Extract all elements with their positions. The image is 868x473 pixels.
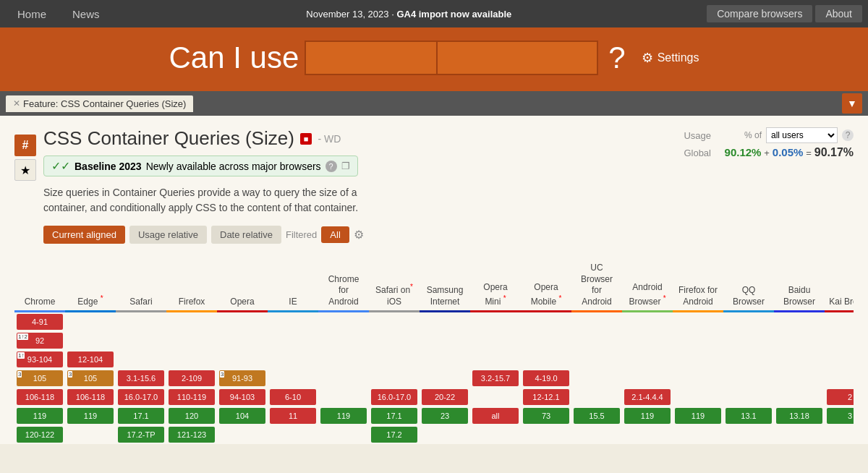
cell-firefox-6[interactable]: 120 [166,406,217,425]
cell-opera-mini-5 [470,388,521,406]
cell-chrome-7[interactable]: 120-122 [14,425,65,444]
settings-button[interactable]: ⚙ Settings [642,50,699,66]
search-wrap [305,41,598,75]
cell-edge-7 [65,425,116,444]
cell-kai-6[interactable]: 3 [825,406,854,425]
tab-label: Feature: CSS Container Queries (Size) [23,98,186,109]
cell-safari-4[interactable]: 3.1-15.6 [116,369,166,388]
cell-firefox-5[interactable]: 110-119 [166,388,217,406]
cell-safari-ios-7[interactable]: 17.2 [369,425,420,444]
cell-chrome-4[interactable]: 3 105 [14,369,65,388]
filter-row: Current aligned Usage relative Date rela… [43,226,669,244]
cell-firefox-4[interactable]: 2-109 [166,369,217,388]
nav-home[interactable]: Home [6,0,58,27]
filter-funnel-icon[interactable]: ▼ [842,93,862,114]
tab-filter-icon[interactable]: ▼ [842,93,862,114]
gear-icon: ⚙ [642,50,653,66]
nav-announcement: November 13, 2023 · GA4 import now avail… [111,9,707,20]
hash-icon[interactable]: # [14,135,36,156]
th-baidu: Baidu Browser [774,260,825,312]
cell-edge-5[interactable]: 106-118 [65,388,116,406]
filter-current-aligned[interactable]: Current aligned [43,226,125,244]
cell-firefox-android-6[interactable]: 119 [673,406,723,425]
wd-label: - WD [318,133,341,145]
th-chrome-android: Chrome for Android [318,260,369,312]
browser-table-wrap: Chrome Edge * Safari Firefox Opera IE Ch… [14,260,854,444]
cell-opera-4[interactable]: 3 91-93 [217,369,268,388]
cell-safari-7[interactable]: 17.2-TP [116,425,166,444]
filter-date-relative[interactable]: Date relative [211,226,281,244]
usage-percent-of: % of [744,130,762,140]
table-row: 4-91 [14,312,854,332]
cell-empty-1 [65,312,854,332]
th-opera-mini: Opera Mini * [470,260,521,312]
cell-empty-4 [268,369,470,388]
cell-chrome-5[interactable]: 106-118 [14,388,65,406]
table-row: 1↑ 93-104 12-104 [14,350,854,369]
cell-opera-mini-6[interactable]: all [470,406,521,425]
cell-ie-5[interactable]: 6-10 [268,388,318,406]
cell-safari-6[interactable]: 17.1 [116,406,166,425]
cell-kai-5[interactable]: 2 [825,388,854,406]
cell-chrome-2[interactable]: 1↑2 92 [14,331,65,350]
usage-help-icon[interactable]: ? [842,129,854,141]
baseline-info-icon[interactable]: ? [326,161,337,172]
filter-all-button[interactable]: All [321,226,349,243]
cell-chrome-android-6[interactable]: 119 [318,406,369,425]
search-input-1[interactable] [306,42,436,74]
cell-samsung-6[interactable]: 23 [420,406,470,425]
baseline-year: Baseline 2023 [75,161,142,172]
cell-opera-6[interactable]: 104 [217,406,268,425]
star-icon[interactable]: ★ [14,159,36,181]
usage-numbers: 90.12% + 0.05% = 90.17% [725,146,854,159]
th-chrome: Chrome [14,260,65,312]
about-button[interactable]: About [815,5,862,22]
tab-close-icon[interactable]: ✕ [13,98,20,108]
cell-edge-6[interactable]: 119 [65,406,116,425]
search-input-2[interactable] [438,42,597,74]
usage-equals: = [806,148,812,158]
cell-empty-2 [65,331,854,350]
side-icons: # ★ [14,132,36,181]
cell-baidu-6[interactable]: 13.18 [774,406,825,425]
cell-edge-4[interactable]: 3 105 [65,369,116,388]
cell-opera-mobile-6[interactable]: 73 [521,406,571,425]
feature-title-text: CSS Container Queries (Size) [43,127,294,150]
cell-safari-ios-6[interactable]: 17.1 [369,406,420,425]
hero-question-mark: ? [608,41,625,75]
cell-uc-6[interactable]: 15.5 [571,406,622,425]
cell-edge-3[interactable]: 12-104 [65,350,116,369]
cell-android-5[interactable]: 2.1-4.4.4 [622,388,673,406]
usage-users-select[interactable]: all users tracked users [766,127,838,143]
cell-opera-5[interactable]: 94-103 [217,388,268,406]
browser-table: Chrome Edge * Safari Firefox Opera IE Ch… [14,260,854,444]
th-firefox-android: Firefox for Android [673,260,723,312]
cell-safari-5[interactable]: 16.0-17.0 [116,388,166,406]
cell-opera-mobile-5[interactable]: 12-12.1 [521,388,571,406]
table-row: 1↑2 92 [14,331,854,350]
cell-firefox-android-5 [673,388,723,406]
filter-gear-icon[interactable]: ⚙ [354,228,364,242]
th-uc: UC Browser for Android [571,260,622,312]
cell-chrome-1[interactable]: 4-91 [14,312,65,332]
cell-android-6[interactable]: 119 [622,406,673,425]
cell-firefox-7[interactable]: 121-123 [166,425,217,444]
settings-label: Settings [658,51,699,64]
usage-global-label: Global [684,148,711,158]
hero-section: Can I use ? ⚙ Settings [0,27,868,91]
cell-chrome-3[interactable]: 1↑ 93-104 [14,350,65,369]
filter-usage-relative[interactable]: Usage relative [129,226,207,244]
nav-news[interactable]: News [61,0,111,27]
cell-ie-6[interactable]: 11 [268,406,318,425]
cell-chrome-6[interactable]: 119 [14,406,65,425]
usage-label: Usage [684,130,711,141]
compare-button[interactable]: Compare browsers [707,5,812,22]
active-tab[interactable]: ✕ Feature: CSS Container Queries (Size) [6,95,193,112]
cell-qq-6[interactable]: 13.1 [723,406,774,425]
cell-samsung-4[interactable]: 4-19.0 [521,369,571,388]
baseline-desc: Newly available across major browsers [146,161,321,172]
cell-safari-ios-5[interactable]: 16.0-17.0 [369,388,420,406]
cell-safari-ios-4[interactable]: 3.2-15.7 [470,369,521,388]
baseline-bookmark-icon[interactable]: ❐ [341,161,350,171]
cell-samsung-5[interactable]: 20-22 [420,388,470,406]
